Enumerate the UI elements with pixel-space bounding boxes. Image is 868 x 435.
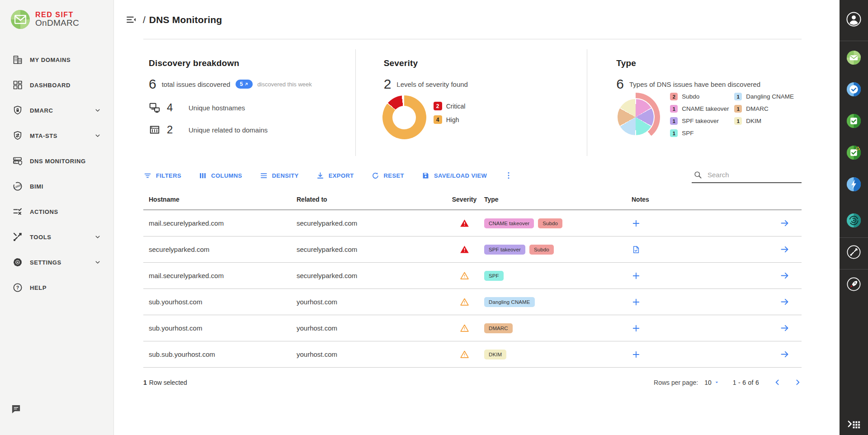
toolbar-button-label: RESET xyxy=(384,172,404,179)
columns-button[interactable]: COLUMNS xyxy=(198,171,242,180)
shield-lock-icon xyxy=(12,105,23,116)
search-input[interactable] xyxy=(708,171,801,179)
severity-donut-chart xyxy=(382,95,426,139)
menu-collapse-icon[interactable] xyxy=(126,14,137,25)
rail-divider xyxy=(840,269,868,270)
note-added-icon[interactable] xyxy=(632,245,767,254)
discovered-this-week-badge: 5 xyxy=(236,80,253,89)
legend-label: DKIM xyxy=(746,118,761,124)
add-note-icon[interactable] xyxy=(632,219,767,228)
severity-legend: 2 Critical4 High xyxy=(434,102,466,129)
blue-lightning-icon[interactable] xyxy=(846,176,862,192)
chevron-down-icon xyxy=(94,234,101,240)
table-row[interactable]: mail.securelyparked.comsecurelyparked.co… xyxy=(143,263,802,289)
building-icon xyxy=(12,54,23,65)
cell-type: SPF xyxy=(484,271,632,281)
open-row-arrow-icon[interactable] xyxy=(767,297,802,307)
teal-radar-icon[interactable] xyxy=(846,213,862,228)
severity-critical-icon xyxy=(444,245,484,254)
sidebar-item-bimi[interactable]: LOGO BIMI xyxy=(0,174,113,199)
add-note-icon[interactable] xyxy=(632,350,767,359)
type-legend-spf: 1 SPF xyxy=(670,129,729,137)
cell-type: SPF takeoverSubdo xyxy=(484,245,632,255)
open-row-arrow-icon[interactable] xyxy=(767,245,802,254)
green-envelope-icon[interactable] xyxy=(846,50,862,66)
open-row-arrow-icon[interactable] xyxy=(767,218,802,228)
prev-page-icon[interactable] xyxy=(774,378,781,386)
more-options-icon[interactable] xyxy=(504,171,513,180)
cell-hostname: mail.securelyparked.com xyxy=(143,219,297,227)
density-button[interactable]: DENSITY xyxy=(259,171,299,180)
severity-count-label: Levels of severity found xyxy=(396,80,468,88)
sidebar-item-dashboard[interactable]: DASHBOARD xyxy=(0,72,113,98)
column-header-type: Type xyxy=(484,196,632,203)
type-legend-spf-takeover: 1 SPF takeover xyxy=(670,117,729,125)
rail-divider xyxy=(840,237,868,238)
next-page-icon[interactable] xyxy=(794,378,802,386)
app-rail xyxy=(840,0,868,435)
sidebar-item-label: SETTINGS xyxy=(30,259,61,266)
add-note-icon[interactable] xyxy=(632,271,767,280)
add-note-icon[interactable] xyxy=(632,298,767,307)
sidebar-item-mta-sts[interactable]: MTA-STS xyxy=(0,123,113,148)
type-legend-col1: 2 Subdo1 CNAME takeover1 SPF takeover1 S… xyxy=(670,93,729,142)
legend-swatch: 1 xyxy=(670,129,678,137)
legend-label: Critical xyxy=(446,103,466,110)
table-row[interactable]: sub.yourhost.comyourhost.comDMARC xyxy=(143,315,802,341)
severity-count-value: 2 xyxy=(384,76,392,92)
blue-shield-check-icon[interactable] xyxy=(846,81,862,97)
open-row-arrow-icon[interactable] xyxy=(767,271,802,280)
app-launcher-icon[interactable] xyxy=(846,416,862,432)
table-row[interactable]: mail.securelyparked.comsecurelyparked.co… xyxy=(143,210,802,236)
redsift-logo-icon xyxy=(11,10,30,29)
white-rocket-icon[interactable] xyxy=(846,276,862,292)
sidebar-item-help[interactable]: ? HELP xyxy=(0,275,113,300)
sidebar-item-dmarc[interactable]: DMARC xyxy=(0,98,113,123)
add-note-icon[interactable] xyxy=(632,324,767,333)
green-check-icon[interactable] xyxy=(846,113,862,129)
open-row-arrow-icon[interactable] xyxy=(767,323,802,333)
severity-legend-critical: 2 Critical xyxy=(434,102,466,110)
type-count-label: Types of DNS issues have been discovered xyxy=(629,80,760,88)
brand: RED SIFT OnDMARC xyxy=(0,0,113,29)
table-row[interactable]: sub.sub.yourhost.comyourhost.comDKIM xyxy=(143,341,802,368)
export-icon xyxy=(316,171,325,180)
table-row[interactable]: securelyparked.comsecurelyparked.comSPF … xyxy=(143,236,802,263)
severity-title: Severity xyxy=(384,58,587,68)
type-panel: Type 6 Types of DNS issues have been dis… xyxy=(587,49,802,156)
discovery-breakdown-panel: Discovery breakdown 6 total issues disco… xyxy=(143,49,355,156)
export-button[interactable]: EXPORT xyxy=(316,171,354,180)
type-legend-cname-takeover: 1 CNAME takeover xyxy=(670,105,729,113)
type-chip-dmarc: DMARC xyxy=(484,323,513,333)
filters-button[interactable]: FILTERS xyxy=(143,171,181,180)
sidebar-item-label: DNS MONITORING xyxy=(30,158,86,165)
open-row-arrow-icon[interactable] xyxy=(767,350,802,359)
rows-per-page-select[interactable]: 10 xyxy=(704,379,719,386)
left-sidebar: RED SIFT OnDMARC MY DOMAINS DASHBOARD DM… xyxy=(0,0,114,435)
page-title: /DNS Monitoring xyxy=(143,14,222,25)
sidebar-item-dns-monitoring[interactable]: DNS MONITORING xyxy=(0,148,113,174)
person-icon[interactable] xyxy=(846,11,862,27)
sidebar-item-my-domains[interactable]: MY DOMAINS xyxy=(0,47,113,72)
table-row[interactable]: sub.yourhost.comyourhost.comDangling CNA… xyxy=(143,289,802,315)
discovery-stat-unique-hostnames: 4 Unique hostnames xyxy=(149,101,355,114)
sidebar-item-settings[interactable]: SETTINGS xyxy=(0,250,113,275)
save-load-view-button[interactable]: SAVE/LOAD VIEW xyxy=(421,171,487,180)
cell-related-to: yourhost.com xyxy=(297,324,444,332)
rail-divider xyxy=(840,41,868,41)
discovery-stat-unique-related-to-domains: 2 Unique related to domains xyxy=(149,123,355,136)
chevron-down-icon xyxy=(94,132,101,139)
column-header-hostname: Hostname xyxy=(143,196,297,203)
sidebar-item-tools[interactable]: TOOLS xyxy=(0,224,113,250)
header-divider xyxy=(143,39,802,39)
green-check-notify-icon[interactable] xyxy=(846,145,862,161)
chat-launcher-icon[interactable] xyxy=(11,404,21,414)
main-content: /DNS Monitoring Discovery breakdown 6 to… xyxy=(114,0,840,435)
white-tools-icon[interactable] xyxy=(846,244,862,260)
legend-swatch: 1 xyxy=(734,117,742,125)
reset-button[interactable]: RESET xyxy=(371,171,404,180)
chevron-down-icon xyxy=(94,259,101,265)
sidebar-item-actions[interactable]: ACTIONS xyxy=(0,199,113,224)
type-legend-dangling-cname: 1 Dangling CNAME xyxy=(734,93,794,100)
cell-type: DKIM xyxy=(484,350,632,359)
